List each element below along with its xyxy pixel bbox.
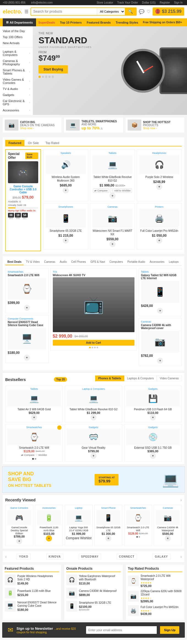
sidebar-item-laptops[interactable]: Laptops & Computers› <box>0 49 33 58</box>
nav-trending[interactable]: Trending Styles <box>114 19 141 26</box>
product-card[interactable]: Tablets 💻 Tablet White EliteBook Revolve… <box>90 149 135 201</box>
bs-tab-cameras[interactable]: Video Cameras <box>157 375 182 381</box>
wishlist-rv[interactable]: Wishlist <box>80 536 92 540</box>
nav-featured-brands[interactable]: Featured Brands <box>84 19 113 26</box>
brand-kinova[interactable]: KINOVA <box>46 554 63 560</box>
bd-dot-2[interactable] <box>92 347 93 348</box>
bs-tab-phones[interactable]: Phones & Tablets <box>95 375 124 381</box>
add-to-cart-button[interactable]: + <box>109 193 116 199</box>
compare-action[interactable]: ⇄ Compare <box>21 454 34 456</box>
hero-dot-1[interactable] <box>38 76 41 78</box>
tab-computers[interactable]: Computers <box>107 259 125 265</box>
rv-product-laptop[interactable]: Laptop 💻 Laptop Yoga 500 15.4" 6206U 8GB… <box>65 505 93 546</box>
menu-icon[interactable]: ☰ <box>24 9 28 14</box>
add-to-cart-button[interactable]: + <box>109 241 116 247</box>
bs-dot-gray[interactable] <box>35 458 36 460</box>
brand-galaxy[interactable]: GALAXY <box>152 554 170 560</box>
newsletter-signup-button[interactable]: Sign Up <box>160 626 179 634</box>
hero-dot-3[interactable] <box>45 76 47 78</box>
bd-product-case[interactable]: Computer Components Nerocel ENX6377 Dead… <box>5 315 49 363</box>
bd-dot-3[interactable] <box>94 347 96 348</box>
col-product-powerbank[interactable]: 🔋 Powerbank 1138 mAh Blue $215,00 <box>5 587 59 598</box>
tab-portable-audio[interactable]: Portable Audio <box>125 259 147 265</box>
wishlist-icon-button[interactable]: ♡ <box>57 425 62 430</box>
col-product-smartwatch-rated[interactable]: ⌚ Smartwatch 2.0 LTE Wifi Waterproof ★★★… <box>128 574 182 587</box>
col-product-smartphone-onsale[interactable]: 📱 Smartphone 65 32GB LTE $2100,00 $2100,… <box>66 601 121 612</box>
add-to-cart-button[interactable]: + <box>156 238 162 244</box>
newsletter-email-input[interactable] <box>86 626 157 634</box>
add-to-cart-button[interactable]: + <box>63 187 69 193</box>
add-to-cart-button[interactable]: + <box>150 414 156 420</box>
col-product-camera-rated[interactable]: 📷 220kpa Camera 620U with 50608 1Dcard ★… <box>128 590 182 603</box>
hero-dot-4[interactable] <box>48 76 51 78</box>
tab-best-deals[interactable]: Best Deals <box>5 259 24 265</box>
hero-dot-2[interactable] <box>42 76 44 78</box>
tab-accessories[interactable]: Accessories <box>147 259 167 265</box>
rv-product-camera[interactable]: Cameras 📷 Camera C430W 4k Waterproof $59… <box>154 505 182 546</box>
rv-product-powerbank[interactable]: Accessories 🔋 Powerbank 1130 mAh Blue $1… <box>35 505 63 546</box>
sidebar-item-cameras[interactable]: Cameras & Photography› <box>0 58 33 67</box>
product-card[interactable]: Cameras 📷 Widescreen NX Smart F1 MART NX… <box>90 203 135 250</box>
sidebar-item-gadgets[interactable]: Gadgets› <box>0 92 33 98</box>
chat-icon[interactable]: 💬 <box>139 9 144 14</box>
product-card[interactable]: Smartphones 📱 Smartphone 65 32GB LTE $1 … <box>43 203 88 250</box>
search-button[interactable]: 🔍 <box>125 8 136 15</box>
register-link[interactable]: Register <box>160 1 170 4</box>
email-link[interactable]: info@electro.com <box>31 1 53 4</box>
add-to-cart-button[interactable]: + <box>24 305 30 311</box>
add-to-cart-button[interactable]: + <box>31 414 37 420</box>
tab-laptops[interactable]: Laptops <box>167 259 181 265</box>
tab-top-rated[interactable]: Top Rated <box>42 140 62 146</box>
wishlist-action[interactable]: ♡ Wishlist <box>35 454 47 456</box>
bs-product-vr[interactable]: Gadgets 🥽 Gear Virtual Reality $799,00 + <box>65 424 122 462</box>
tab-featured[interactable]: Featured <box>5 140 24 146</box>
col-product-earphones[interactable]: 🎧 Yellow Earphones Waterproof with Bluet… <box>66 574 121 585</box>
tab-cell-phones[interactable]: Cell Phones <box>69 259 88 265</box>
hero-dot-5[interactable] <box>52 76 54 78</box>
signin-link[interactable]: Sign In <box>174 1 183 4</box>
bs-tab-laptops[interactable]: Laptops & Computers <box>124 375 157 381</box>
compare-rv[interactable]: Compare <box>66 536 79 540</box>
brands-prev-arrow[interactable]: ‹ <box>5 554 7 559</box>
rv-product-gameconsole[interactable]: Game Consoles 🎮 GameConsole Destiny Spec… <box>5 505 33 546</box>
cart-button[interactable]: 1 $3 215.99 <box>153 7 184 16</box>
brand-speedway[interactable]: SPEEDWAY <box>79 554 101 560</box>
rv-dot-gray[interactable] <box>139 536 140 538</box>
add-to-cart-button[interactable]: + <box>165 535 171 541</box>
add-to-cart-button[interactable]: + <box>105 535 111 541</box>
bd-product-tablet[interactable]: Tablets Galaxy Tablet S2 Wifi 62GB LTE I… <box>139 268 182 316</box>
wishlist-icon[interactable]: ♡ <box>147 9 150 14</box>
product-card[interactable]: Headphones 🎧 Purple Solo 2 Wireless $248… <box>137 149 182 201</box>
add-to-cart-button[interactable]: + <box>156 184 162 190</box>
store-locator-link[interactable]: Store Locator <box>97 1 113 4</box>
tab-gps[interactable]: GPS & Navi <box>88 259 107 265</box>
sidebar-item-tv-audio[interactable]: TV & Audio› <box>0 86 33 92</box>
brand-yoko[interactable]: YOKO <box>16 554 31 560</box>
add-to-cart-button[interactable]: + <box>24 355 30 361</box>
compare-button[interactable]: ⇄ Compare <box>93 188 109 193</box>
add-to-cart-button[interactable]: + <box>157 358 163 364</box>
rv-product-smartwatch[interactable]: Smartwatches ⌚ Smartwatch 2.0 LTE Wifi $… <box>124 505 152 546</box>
promo-cameras-shop[interactable]: Shop now › <box>20 127 54 130</box>
search-input[interactable] <box>31 8 97 15</box>
bs-product-pendrive[interactable]: Gadgets 💾 Pendrive USB 3.0 Flash 64 GB $… <box>124 386 182 422</box>
promo-hottest-shop[interactable]: Shop now › <box>143 127 170 130</box>
add-to-cart-button[interactable]: + <box>63 238 69 244</box>
bs-product-ssd[interactable]: Gadgets 💿 External SSD USB 3.1 750 GB $3… <box>124 424 182 462</box>
sidebar-item-video-games[interactable]: Video Games & Consoles› <box>0 77 33 86</box>
wishlist-button[interactable]: ♡ Add to Wishlist <box>110 188 132 193</box>
bd-product-smartwatch[interactable]: Smartwatches Smartwatch 2.0 LTE Wifi ⌚ $… <box>5 268 49 313</box>
nav-top10printers[interactable]: Top 10 Printers <box>58 19 84 26</box>
currency-selector[interactable]: Dollar (US) <box>142 1 156 4</box>
add-to-cart-button[interactable]: + <box>46 535 52 541</box>
bs-product-smartwatch[interactable]: ♡ Smartwatches ⌚ Smartwatch 2.0 LTE Wifi… <box>5 424 63 462</box>
hero-buy-button[interactable]: Start Buying <box>38 65 68 74</box>
add-to-cart-button[interactable]: + <box>157 308 163 314</box>
rv-dot-black[interactable] <box>136 536 138 538</box>
sidebar-item-value-of-day[interactable]: Value of the Day <box>0 28 33 34</box>
bd-product-camera[interactable]: Cameras Camera C430W 4k with Waterproof … <box>139 318 182 366</box>
col-product-case[interactable]: 🖥️ Nerocel ENX6377 Dead Silence Gaming C… <box>5 601 59 612</box>
category-select[interactable]: All Categories Laptops Cameras <box>97 8 125 15</box>
brands-next-arrow[interactable]: › <box>180 554 182 559</box>
rv-product-smartphone[interactable]: Smart Phone 📱 Smartphone 65 32GB LTE $1 … <box>94 505 122 546</box>
